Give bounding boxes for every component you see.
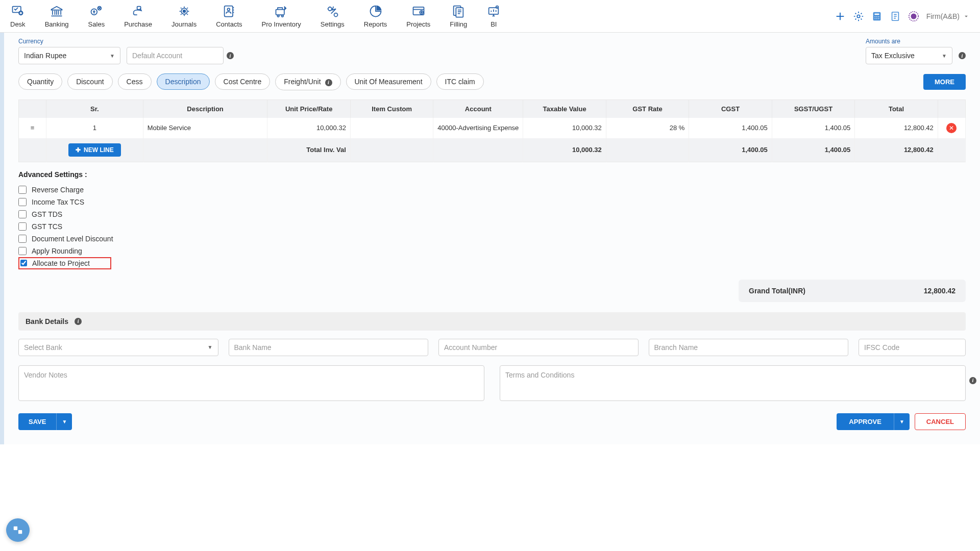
checkbox[interactable] <box>18 247 27 255</box>
svg-rect-22 <box>874 13 879 15</box>
svg-point-31 <box>911 13 916 19</box>
line-items-table: Sr. Description Unit Price/Rate Item Cus… <box>18 99 966 162</box>
currency-label: Currency <box>18 38 120 45</box>
gear-icon[interactable] <box>853 11 864 22</box>
cell-cgst[interactable]: 1,400.05 <box>689 118 772 138</box>
calculator-icon[interactable] <box>871 11 883 22</box>
cancel-button[interactable]: CANCEL <box>915 413 966 430</box>
nav-filling[interactable]: Filling <box>450 4 467 28</box>
svg-point-19 <box>496 6 499 9</box>
footer-sgst: 1,400.05 <box>772 138 854 162</box>
new-badge-icon[interactable] <box>908 11 919 22</box>
check-allocate-project-highlight: Allocate to Project <box>18 257 111 269</box>
cell-item-custom[interactable] <box>350 118 433 138</box>
info-icon[interactable]: i <box>959 52 966 59</box>
nav-contacts[interactable]: Contacts <box>216 4 242 28</box>
check-gst-tcs[interactable]: GST TCS <box>18 220 966 233</box>
nav-projects-label: Projects <box>406 20 430 28</box>
nav-sales[interactable]: Sales <box>88 4 105 28</box>
check-income-tax-tcs[interactable]: Income Tax TCS <box>18 196 966 208</box>
cell-taxable[interactable]: 10,000.32 <box>523 118 606 138</box>
vendor-notes-textarea[interactable]: Vendor Notes <box>18 365 484 401</box>
nav-settings[interactable]: Settings <box>321 4 345 28</box>
nav-inventory-label: Pro Inventory <box>262 20 301 28</box>
pill-freight[interactable]: Freight/Unit i <box>275 73 340 90</box>
info-icon[interactable]: i <box>75 318 82 325</box>
info-icon[interactable]: i <box>227 52 234 59</box>
cell-sr[interactable]: 1 <box>46 118 143 138</box>
drag-handle-icon[interactable]: ≡ <box>31 124 35 132</box>
account-number-input[interactable]: Account Number <box>438 339 639 356</box>
pill-cost-centre[interactable]: Cost Centre <box>215 73 271 90</box>
terms-textarea[interactable]: Terms and Conditions i <box>500 365 966 401</box>
nav-desk[interactable]: Desk <box>10 4 26 28</box>
settings-icon <box>325 4 339 18</box>
cell-sgst[interactable]: 1,400.05 <box>772 118 854 138</box>
checkbox[interactable] <box>18 210 27 218</box>
th-actions <box>938 99 965 118</box>
pill-discount[interactable]: Discount <box>67 73 112 90</box>
caret-icon: ▼ <box>208 344 213 350</box>
nav-projects[interactable]: Projects <box>406 4 430 28</box>
svg-point-10 <box>278 15 280 17</box>
cell-unit-price[interactable]: 10,000.32 <box>267 118 350 138</box>
firm-label: Firm(A&B) <box>926 12 960 20</box>
add-icon[interactable] <box>835 11 846 22</box>
notes-icon[interactable] <box>890 11 901 22</box>
cell-account[interactable]: 40000-Advertising Expense <box>433 118 523 138</box>
ifsc-input[interactable]: IFSC Code <box>859 339 966 356</box>
default-account-input[interactable]: Default Account <box>127 47 224 64</box>
nav-journals-label: Journals <box>172 20 197 28</box>
firm-dropdown[interactable]: Firm(A&B) <box>926 12 970 20</box>
pill-uom[interactable]: Unit Of Measurement <box>346 73 431 90</box>
checkbox[interactable] <box>18 198 27 206</box>
checkbox[interactable] <box>18 235 27 243</box>
nav-pro-inventory[interactable]: Pro Inventory <box>262 4 301 28</box>
delete-row-button[interactable]: ✕ <box>946 123 957 133</box>
advanced-settings: Advanced Settings : Reverse Charge Incom… <box>18 170 966 269</box>
save-button[interactable]: SAVE <box>18 413 56 430</box>
svg-point-12 <box>328 7 332 11</box>
sales-icon <box>89 4 104 18</box>
filling-icon <box>451 4 465 18</box>
cell-gst-rate[interactable]: 28 % <box>606 118 689 138</box>
bank-fields: Select Bank ▼ Bank Name Account Number B… <box>18 339 966 356</box>
branch-name-input[interactable]: Branch Name <box>649 339 849 356</box>
cell-total[interactable]: 12,800.42 <box>855 118 938 138</box>
check-apply-rounding[interactable]: Apply Rounding <box>18 245 966 257</box>
cell-description[interactable]: Mobile Service <box>143 118 267 138</box>
pill-cess[interactable]: Cess <box>118 73 152 90</box>
currency-select[interactable]: Indian Rupee ▼ <box>18 47 120 64</box>
th-sr: Sr. <box>46 99 143 118</box>
nav-reports[interactable]: Reports <box>364 4 387 28</box>
bi-icon <box>486 4 501 18</box>
grand-total-section: Grand Total(INR) 12,800.42 <box>18 280 966 302</box>
nav-bi[interactable]: BI <box>486 4 501 28</box>
check-reverse-charge[interactable]: Reverse Charge <box>18 184 966 196</box>
nav-banking[interactable]: Banking <box>45 4 69 28</box>
nav-purchase[interactable]: Purchase <box>124 4 152 28</box>
approve-dropdown-button[interactable]: ▼ <box>894 413 910 430</box>
info-icon[interactable]: i <box>969 377 976 384</box>
approve-button[interactable]: APPROVE <box>837 413 894 430</box>
svg-point-23 <box>874 16 875 17</box>
svg-point-13 <box>334 13 338 17</box>
nav-journals[interactable]: Journals <box>172 4 197 28</box>
new-line-button[interactable]: ✚NEW LINE <box>68 143 121 157</box>
checkbox[interactable] <box>18 186 27 194</box>
check-doc-discount[interactable]: Document Level Discount <box>18 233 966 245</box>
pill-itc[interactable]: ITC claim <box>436 73 484 90</box>
action-bar: SAVE ▼ APPROVE ▼ CANCEL <box>18 413 966 430</box>
more-button[interactable]: MORE <box>923 74 966 90</box>
pill-description[interactable]: Description <box>157 73 210 90</box>
top-navigation: Desk Banking Sales Purchase Journals Con… <box>0 0 980 33</box>
checkbox[interactable] <box>18 222 27 231</box>
bank-name-input[interactable]: Bank Name <box>229 339 429 356</box>
save-dropdown-button[interactable]: ▼ <box>56 413 72 430</box>
svg-point-24 <box>876 16 877 17</box>
select-bank[interactable]: Select Bank ▼ <box>18 339 218 356</box>
checkbox-allocate-project[interactable] <box>20 260 27 266</box>
pill-quantity[interactable]: Quantity <box>18 73 62 90</box>
amounts-select[interactable]: Tax Exclusive ▼ <box>866 47 952 64</box>
check-gst-tds[interactable]: GST TDS <box>18 208 966 220</box>
